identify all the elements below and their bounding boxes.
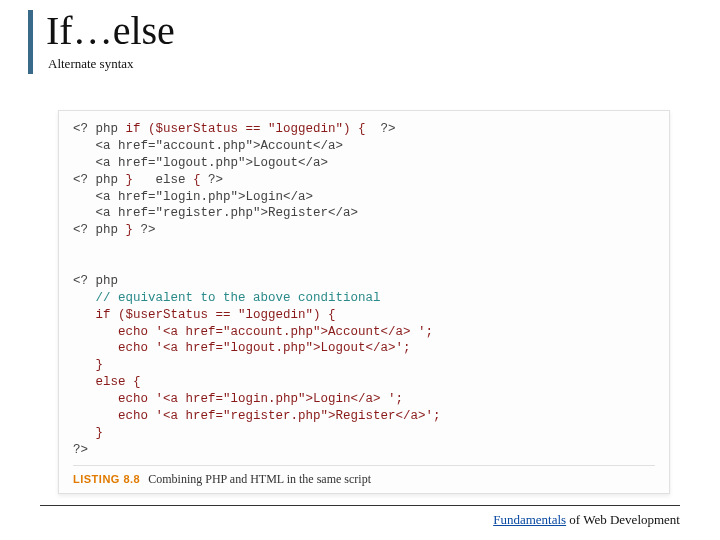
code-line: echo '<a href="register.php">Register</a… [73,409,441,423]
listing-caption: LISTING 8.8 Combining PHP and HTML in th… [73,465,655,487]
footer-link[interactable]: Fundamentals [493,512,566,527]
side-accent [28,10,33,74]
code-line: <a href="logout.php">Logout</a> [73,156,328,170]
code-line: <? php } ?> [73,223,156,237]
footer-text: Fundamentals of Web Development [493,512,680,528]
code-line: } [73,426,103,440]
code-block: <? php if ($userStatus == "loggedin") { … [73,121,655,459]
listing-text: Combining PHP and HTML in the same scrip… [148,472,371,487]
listing-tag: LISTING 8.8 [73,473,140,485]
footer-rest: of Web Development [566,512,680,527]
code-line: <? php [73,274,118,288]
footer-rule [40,505,680,506]
code-line: else { [73,375,141,389]
code-comment: // equivalent to the above conditional [73,291,381,305]
code-line: echo '<a href="account.php">Account</a> … [73,325,433,339]
code-line: ?> [73,443,88,457]
code-line: <? php } else { ?> [73,173,223,187]
code-line: } [73,358,103,372]
code-line: if ($userStatus == "loggedin") { [73,308,336,322]
slide: If…else Alternate syntax <? php if ($use… [0,0,720,540]
page-subtitle: Alternate syntax [48,56,680,72]
code-line: <a href="account.php">Account</a> [73,139,343,153]
page-title: If…else [46,10,680,52]
code-line: <a href="register.php">Register</a> [73,206,358,220]
code-line: <a href="login.php">Login</a> [73,190,313,204]
code-line: <? php if ($userStatus == "loggedin") { … [73,122,396,136]
code-line: echo '<a href="login.php">Login</a> '; [73,392,403,406]
code-line: echo '<a href="logout.php">Logout</a>'; [73,341,411,355]
code-card: <? php if ($userStatus == "loggedin") { … [58,110,670,494]
